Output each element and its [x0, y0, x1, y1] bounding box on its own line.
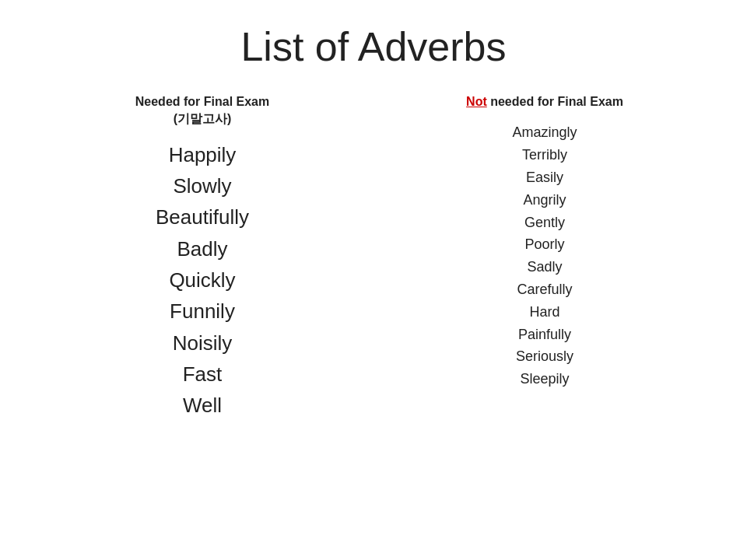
list-item: Beautifully	[156, 201, 249, 233]
list-item: Carefully	[512, 278, 577, 301]
list-item: Sleepily	[512, 368, 577, 390]
left-header-line1: Needed for Final Exam	[135, 95, 270, 108]
list-item: Seriously	[512, 345, 577, 368]
left-column: Needed for Final Exam (기말고사) HappilySlow…	[86, 93, 319, 421]
list-item: Easily	[512, 166, 577, 189]
list-item: Painfully	[512, 324, 577, 346]
list-item: Sadly	[512, 256, 577, 278]
list-item: Funnily	[156, 296, 249, 327]
list-item: Gently	[512, 212, 577, 234]
list-item: Terribly	[512, 144, 577, 166]
not-text: Not	[466, 95, 487, 108]
list-item: Hard	[512, 301, 577, 324]
left-column-header: Needed for Final Exam (기말고사)	[135, 93, 270, 128]
list-item: Well	[156, 390, 249, 421]
right-column: Not needed for Final Exam AmazinglyTerri…	[428, 93, 661, 390]
list-item: Noisily	[156, 327, 249, 359]
right-column-header: Not needed for Final Exam	[466, 93, 623, 110]
list-item: Angrily	[512, 189, 577, 212]
list-item: Quickly	[156, 264, 249, 296]
list-item: Happily	[156, 139, 249, 170]
right-adverbs-list: AmazinglyTerriblyEasilyAngrilyGentlyPoor…	[512, 121, 577, 390]
list-item: Slowly	[156, 170, 249, 201]
list-item: Poorly	[512, 233, 577, 256]
columns-container: Needed for Final Exam (기말고사) HappilySlow…	[31, 93, 716, 421]
left-adverbs-list: HappilySlowlyBeautifullyBadlyQuicklyFunn…	[156, 139, 249, 422]
right-header-rest: needed for Final Exam	[487, 95, 623, 108]
list-item: Fast	[156, 359, 249, 390]
list-item: Badly	[156, 233, 249, 264]
page-title: List of Adverbs	[240, 23, 506, 70]
page: List of Adverbs Needed for Final Exam (기…	[0, 0, 747, 560]
left-header-line2: (기말고사)	[174, 112, 232, 125]
list-item: Amazingly	[512, 121, 577, 144]
